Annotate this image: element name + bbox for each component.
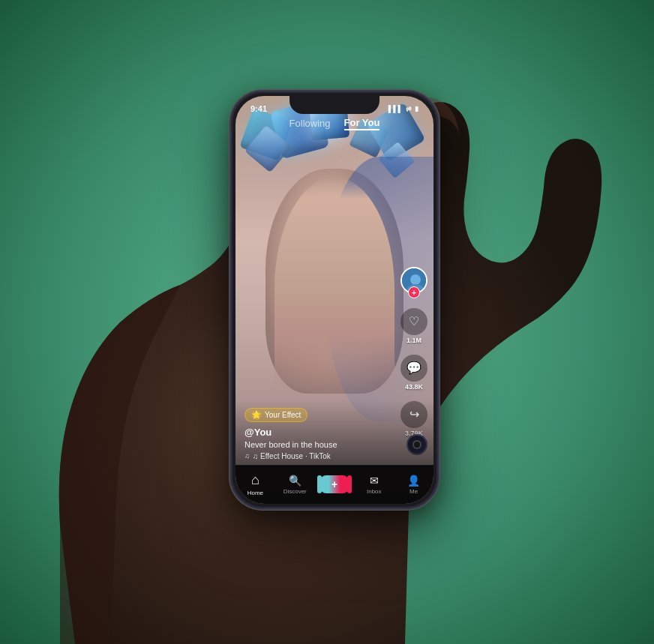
tab-for-you[interactable]: For You xyxy=(344,117,380,130)
battery-icon: ▮ xyxy=(415,105,418,112)
comment-icon: 💬 xyxy=(400,355,428,382)
home-label: Home xyxy=(248,490,263,496)
follow-plus-icon[interactable]: + xyxy=(408,286,420,298)
sound-name: ♫ Effect House · TikTok xyxy=(253,452,331,460)
phone-screen: 9:41 ▌▌▌ ⇌ ▮ Following For You xyxy=(236,96,434,504)
phone-container: 9:41 ▌▌▌ ⇌ ▮ Following For You xyxy=(230,90,440,510)
nav-add[interactable]: + xyxy=(315,475,355,493)
music-note-icon: ♫ xyxy=(244,452,250,460)
sound-info[interactable]: ♫ ♫ Effect House · TikTok xyxy=(244,452,424,460)
bottom-nav: ⌂ Home 🔍 Discover + xyxy=(236,465,434,504)
add-button[interactable]: + xyxy=(320,475,349,493)
plus-icon: + xyxy=(332,478,338,490)
like-count: 1.1M xyxy=(406,337,422,344)
status-icons: ▌▌▌ ⇌ ▮ xyxy=(388,105,418,112)
heart-icon: ♡ xyxy=(400,308,428,335)
person-body xyxy=(274,177,394,401)
effect-star-icon: 🌟 xyxy=(251,410,262,420)
profile-icon: 👤 xyxy=(407,475,420,487)
home-icon: ⌂ xyxy=(251,472,260,488)
nav-profile[interactable]: 👤 Me xyxy=(394,475,434,495)
inbox-label: Inbox xyxy=(367,488,382,495)
comment-button[interactable]: 💬 43.8K xyxy=(400,355,428,391)
inbox-icon: ✉ xyxy=(370,475,379,487)
top-nav: Following For You xyxy=(236,117,434,130)
creator-avatar-button[interactable]: + xyxy=(400,267,428,294)
comment-count: 43.8K xyxy=(405,383,423,391)
nav-home[interactable]: ⌂ Home xyxy=(236,472,275,496)
effect-label: Your Effect xyxy=(265,411,301,419)
profile-label: Me xyxy=(410,488,418,495)
svg-point-2 xyxy=(410,274,421,285)
signal-icon: ▌▌▌ xyxy=(388,105,403,112)
discover-label: Discover xyxy=(284,488,307,495)
video-caption: Never bored in the house xyxy=(244,440,424,449)
status-time: 9:41 xyxy=(250,104,267,113)
phone-notch xyxy=(290,96,380,114)
tab-following[interactable]: Following xyxy=(290,118,331,129)
video-background: 9:41 ▌▌▌ ⇌ ▮ Following For You xyxy=(236,96,434,504)
nav-inbox[interactable]: ✉ Inbox xyxy=(354,475,394,495)
discover-icon: 🔍 xyxy=(289,475,302,487)
nav-discover[interactable]: 🔍 Discover xyxy=(275,475,315,495)
phone-frame: 9:41 ▌▌▌ ⇌ ▮ Following For You xyxy=(230,90,440,510)
creator-username[interactable]: @You xyxy=(244,427,424,438)
effect-badge: 🌟 Your Effect xyxy=(244,408,308,422)
like-button[interactable]: ♡ 1.1M xyxy=(400,308,428,344)
video-info-overlay: 🌟 Your Effect @You Never bored in the ho… xyxy=(236,400,434,466)
wifi-icon: ⇌ xyxy=(406,105,412,112)
